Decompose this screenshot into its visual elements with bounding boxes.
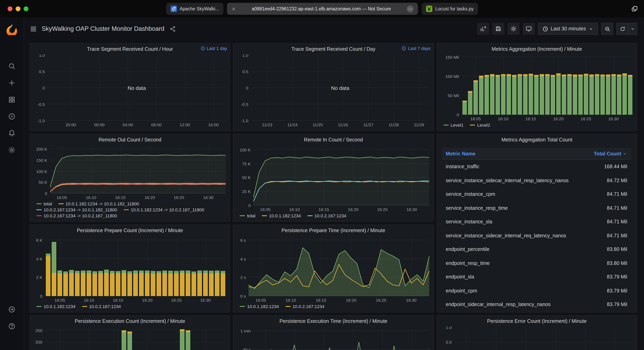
y-axis: -1.0-0.500.51.0 (440, 327, 454, 350)
y-tick-label: 0 (40, 294, 42, 299)
legend-label: 10.0.1.182:1234 (44, 304, 76, 309)
dashboard-settings-button[interactable] (508, 23, 520, 35)
dashboard-grid: Trace Segment Received Count / HourLast … (30, 43, 637, 350)
legend-item[interactable]: 10.0.2.167:1234 (82, 304, 121, 309)
panel-remote-in: Remote In Count / Second025 K50 K75 K100… (233, 134, 434, 222)
grafana-sidebar (0, 17, 24, 350)
panel-trace-segment-hour: Trace Segment Received Count / HourLast … (30, 43, 230, 131)
dashboard-navbar: SkyWalking OAP Cluster Monitor Dashboard… (24, 17, 644, 40)
add-panel-button[interactable] (477, 23, 489, 35)
legend-item[interactable]: 10.0.1.182:1234 (36, 304, 76, 309)
panel-title[interactable]: Metrics Aggregation Total Count (502, 137, 572, 143)
cycle-view-button[interactable] (523, 23, 535, 35)
info-circle-icon (402, 46, 406, 51)
chart-canvas (45, 327, 226, 350)
metric-name-cell: service_instance_resp_time (446, 205, 508, 211)
no-data-text: No data (48, 55, 226, 121)
column-header-total-count[interactable]: Total Count (594, 151, 627, 157)
column-header-metric-name[interactable]: Metric Name (446, 151, 476, 157)
legend-item[interactable]: total (36, 201, 52, 206)
panel-title[interactable]: Persistence Execution Time (Increment) /… (279, 318, 387, 324)
sidebar-item-dashboards[interactable] (4, 91, 20, 108)
panel-body: -1.0-0.500.51.0No data20:0000:0004:0008:… (30, 54, 230, 131)
panel-time-link[interactable]: Last 1 day (200, 46, 227, 51)
close-tab-icon[interactable] (232, 6, 236, 11)
legend-item[interactable]: Level2 (470, 123, 490, 128)
panel-title[interactable]: Persistence Prepare Time (Increment) / M… (282, 227, 385, 233)
y-tick-label: 6 K (36, 238, 42, 243)
panel-title[interactable]: Remote Out Count / Second (98, 137, 161, 143)
legend-item[interactable]: 10.0.1.182:1234 (262, 213, 301, 218)
tab-overview-icon[interactable] (631, 5, 638, 12)
legend-marker-icon (36, 306, 42, 307)
table-row: service_instance_sla84.71 Mil (442, 215, 631, 229)
legend-item[interactable]: 10.0.2.167:1234 -> 10.0.2.167_11800 (36, 213, 117, 218)
x-tick-label: 11/25 (312, 122, 323, 127)
sidebar-item-alerting[interactable] (4, 125, 20, 142)
browser-tab-locust[interactable]: Locust for tasks.py (422, 3, 478, 15)
time-range-label: Last 30 minutes (551, 26, 586, 31)
panel-title[interactable]: Persistence Error Count (Increment) / Mi… (487, 318, 586, 324)
legend-item[interactable]: 10.0.2.167:1234 (286, 304, 324, 309)
sidebar-item-help[interactable] (4, 318, 20, 335)
sidebar-item-sign-in[interactable] (4, 301, 20, 318)
legend-item[interactable]: total (240, 213, 256, 218)
zoom-out-time-button[interactable] (601, 23, 613, 35)
browser-tab-skywalking[interactable]: Apache SkyWalki... (166, 3, 223, 15)
legend-item[interactable]: Level1 (443, 123, 464, 128)
y-tick-label: 150 Mil (446, 55, 459, 59)
legend: total10.0.1.182:1234 -> 10.0.1.182_11800… (33, 200, 226, 218)
zoom-window-button[interactable] (24, 6, 28, 11)
sidebar-item-search[interactable] (4, 57, 20, 74)
share-dashboard-icon[interactable] (169, 25, 176, 32)
panel-title[interactable]: Metrics Aggregation (Increment) / Minute (492, 46, 582, 52)
table-header-row: Metric NameTotal Count (442, 148, 631, 160)
x-tick-label: 08:00 (151, 122, 162, 127)
tab-more-icon[interactable]: ⋯ (407, 5, 414, 12)
sidebar-item-explore[interactable] (4, 108, 20, 125)
refresh-interval-dropdown[interactable] (628, 23, 637, 35)
dashboard-grid-icon[interactable] (30, 25, 37, 32)
no-data-text: No data (251, 55, 430, 121)
plot-area (254, 327, 430, 350)
panel-header: Metrics Aggregation Total Count (437, 134, 637, 145)
panel-title[interactable]: Trace Segment Received Count / Day (292, 46, 376, 52)
x-axis: 16:0516:1016:1516:2016:2516:30 (45, 296, 226, 303)
sidebar-item-create[interactable] (4, 74, 20, 91)
screen: Apache SkyWalki... a0881eed4-22961232.ap… (0, 0, 644, 350)
legend-marker-icon (82, 306, 87, 307)
y-axis: 050 Mil100 Mil150 Mil (440, 55, 462, 115)
browser-tab-active[interactable]: a0881eed4-22961232.ap-east-1.elb.amazona… (227, 3, 418, 15)
sidebar-item-configuration[interactable] (4, 142, 20, 158)
total-count-cell: 84.72 Mil (607, 178, 627, 183)
sign-in-icon (8, 306, 16, 313)
dashboard-scroll-area[interactable]: Trace Segment Received Count / HourLast … (24, 40, 644, 350)
legend-item[interactable]: 10.0.1.182:1234 (240, 304, 279, 309)
legend-label: 10.0.2.167:1234 (314, 213, 346, 218)
refresh-button[interactable] (616, 23, 628, 35)
x-tick-label: 16:30 (203, 195, 214, 200)
panel-title[interactable]: Persistence Execution Count (Increment) … (75, 318, 185, 324)
panel-body: -1.0-0.500.51.0No data11/2311/2411/2511/… (234, 54, 434, 131)
panel-time-link[interactable]: Last 7 days (402, 46, 431, 51)
legend-marker-icon (124, 209, 129, 210)
panel-title[interactable]: Persistence Prepare Count (Increment) / … (77, 227, 183, 233)
legend-label: 10.0.2.167:1234 (292, 304, 324, 309)
save-dashboard-button[interactable] (492, 23, 504, 35)
chevron-down-icon (588, 26, 594, 31)
y-tick-label: 100 K (240, 148, 251, 152)
legend-item[interactable]: 10.0.2.167:1234 (307, 213, 346, 218)
legend-item[interactable]: 10.0.1.182:1234 -> 10.0.1.182_11800 (58, 201, 139, 206)
panel-title[interactable]: Trace Segment Received Count / Hour (87, 46, 173, 52)
panel-title[interactable]: Remote In Count / Second (304, 137, 363, 143)
time-range-picker[interactable]: Last 30 minutes (538, 23, 598, 35)
legend-marker-icon (240, 306, 245, 307)
help-icon (8, 322, 16, 330)
skywalking-favicon-icon (170, 5, 177, 12)
legend-item[interactable]: 10.0.1.182:1234 -> 10.0.2.167_11800 (124, 207, 204, 212)
legend-item[interactable]: 10.0.2.167:1234 -> 10.0.1.182_11800 (36, 207, 117, 212)
grafana-logo-icon[interactable] (6, 23, 18, 35)
close-window-button[interactable] (8, 6, 12, 11)
y-tick-label: 50 Mil (448, 93, 459, 98)
minimize-window-button[interactable] (16, 6, 20, 11)
